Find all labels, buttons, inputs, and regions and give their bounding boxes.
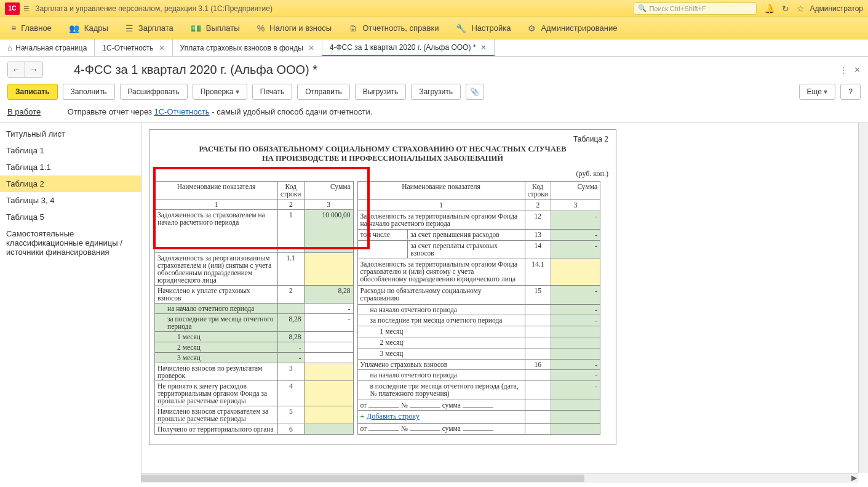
menu-icon: ≡ [11,23,16,33]
sidebar-item[interactable]: Самостоятельные классификационные единиц… [0,225,141,260]
app-title: Зарплата и управление персоналом, редакц… [35,4,634,13]
table-row: Задолженность за страхователем на начало… [155,210,354,253]
menu-item[interactable]: %Налоги и взносы [249,17,341,39]
search-placeholder: Поиск Ctrl+Shift+F [649,5,706,12]
sidebar-item[interactable]: Таблица 1.1 [0,159,141,175]
import-button[interactable]: Загрузить [411,84,461,100]
sidebar-item[interactable]: Таблица 2 [0,175,141,192]
export-button[interactable]: Выгрузить [355,84,407,100]
status-label[interactable]: В работе [7,107,41,116]
titlebar: 1C ≡ Зарплата и управление персоналом, р… [0,0,868,17]
tab[interactable]: 1С-Отчетность✕ [95,39,172,56]
menu-item[interactable]: 💵Выплаты [182,17,249,39]
tab-close-icon[interactable]: ✕ [308,44,314,52]
menu-item[interactable]: ☰Зарплата [117,17,182,39]
add-row-link[interactable]: Добавить строку [367,412,420,421]
menu-item[interactable]: 👥Кадры [60,17,117,39]
tab[interactable]: 4-ФСС за 1 квартал 2020 г. (Альфа ООО) *… [322,39,495,56]
sidebar-item[interactable]: Таблицы 3, 4 [0,192,141,209]
menu-icon: % [257,23,265,33]
table-row: Уплачено страховых взносов16- [357,359,600,370]
table-label: Таблица 2 [154,135,611,143]
menu-icon: ☰ [125,23,133,33]
tab[interactable]: Уплата страховых взносов в фонды✕ [173,39,322,56]
pay-num[interactable] [410,430,440,431]
search-icon: 🔍 [638,4,647,12]
scrollbar-horizontal[interactable]: ▶ [141,473,858,483]
table-row: 1 месяц8,28 [155,332,354,342]
main-menu: ≡Главное👥Кадры☰Зарплата💵Выплаты%Налоги и… [0,17,868,39]
check-button[interactable]: Проверка [193,84,247,100]
menu-item[interactable]: 🔧Настройка [447,17,519,39]
menu-label: Налоги и взносы [269,23,332,33]
menu-item[interactable]: ⚙Администрирование [519,17,626,39]
tab-close-icon[interactable]: ✕ [480,43,487,52]
tab-label: Начальная страница [15,44,87,52]
link-1c-otchetnost[interactable]: 1С-Отчетность [154,107,209,116]
table-row: Расходы по обязательному социальному стр… [357,286,600,304]
forward-button[interactable]: → [25,62,42,77]
decode-button[interactable]: Расшифровать [120,84,188,100]
fill-button[interactable]: Заполнить [63,84,115,100]
attach-button[interactable]: 📎 [466,84,484,100]
sidebar-item[interactable]: Таблица 1 [0,142,141,159]
tab-label: 4-ФСС за 1 квартал 2020 г. (Альфа ООО) * [330,43,476,52]
print-button[interactable]: Печать [252,84,292,100]
report-page: Таблица 2 РАСЧЕТЫ ПО ОБЯЗАТЕЛЬНОМУ СОЦИА… [149,129,616,445]
save-button[interactable]: Записать [7,84,58,100]
menu-label: Администрирование [541,23,617,33]
search-input[interactable]: 🔍 Поиск Ctrl+Shift+F [634,2,757,15]
history-icon[interactable]: ↻ [782,4,789,14]
table-row: 2 месяц- [155,342,354,353]
table-row: на начало отчетного периода- [155,304,354,314]
table-row: том числеза счет превышения расходов13- [357,230,600,241]
table-row: 1 месяц [357,326,600,337]
app-logo: 1C [5,2,20,15]
pay-sum[interactable] [463,430,493,431]
table-row: в последние три месяца отчетного периода… [357,381,600,400]
pay-sum[interactable] [463,407,493,408]
table-row: 2 месяц [357,337,600,348]
payment-row: от № сумма [357,424,600,435]
tab-close-icon[interactable]: ✕ [159,44,165,52]
help-button[interactable]: ? [840,84,861,100]
toolbar: Записать Заполнить Расшифровать Проверка… [0,80,868,105]
send-button[interactable]: Отправить [297,84,350,100]
user-label[interactable]: Администратор [810,4,863,13]
table-row: 3 месяц- [155,353,354,363]
tab[interactable]: ⌂Начальная страница [0,39,95,56]
menu-label: Настройка [471,23,511,33]
kebab-icon[interactable]: ⋮ [840,65,848,74]
table-row: за последние три месяца отчетного период… [155,314,354,332]
more-button[interactable]: Еще [799,84,836,100]
menu-icon: ⚙ [528,23,536,33]
sidebar-item[interactable]: Таблица 5 [0,209,141,225]
bell-icon[interactable]: 🔔 [764,4,774,14]
menu-item[interactable]: 🗎Отчетность, справки [340,17,447,39]
back-button[interactable]: ← [8,62,25,77]
pay-num[interactable] [410,407,440,408]
menu-label: Выплаты [206,23,240,33]
menu-label: Зарплата [138,23,173,33]
nav-row: ← → 4-ФСС за 1 квартал 2020 г. (Альфа ОО… [0,57,868,80]
table-row: Получено от территориального органа6 [155,424,354,435]
table-row: 3 месяц [357,348,600,359]
menu-icon: 🗎 [349,23,357,33]
payment-row: от № сумма [357,400,600,411]
menu-label: Главное [21,23,52,33]
close-icon[interactable]: ✕ [854,65,861,74]
scrollbar-vertical[interactable] [858,123,868,473]
tab-label: 1С-Отчетность [102,44,153,52]
nav-buttons: ← → [7,62,43,78]
star-icon[interactable]: ☆ [797,4,805,14]
sidebar-item[interactable]: Титульный лист [0,126,141,142]
pay-date[interactable] [368,430,399,431]
table-row: Задолженность за территориальным органом… [357,259,600,286]
menu-item[interactable]: ≡Главное [2,17,60,39]
sidebar: Титульный листТаблица 1Таблица 1.1Таблиц… [0,123,141,483]
burger-icon[interactable]: ≡ [23,3,29,14]
pay-date[interactable] [368,407,399,408]
add-row[interactable]: +Добавить строку [357,411,600,424]
status-text-after: - самый удобный способ сдачи отчетности. [210,107,373,116]
table-row: Начислено к уплате страховых взносов28,2… [155,286,354,304]
